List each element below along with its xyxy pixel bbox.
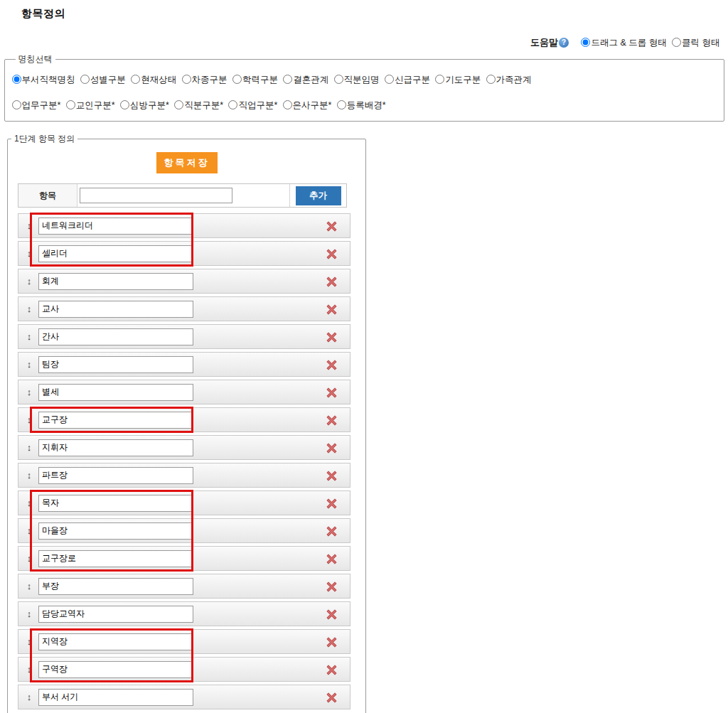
radio-option[interactable]: 직분임명 bbox=[334, 75, 380, 85]
delete-icon[interactable] bbox=[326, 637, 337, 648]
radio-input[interactable] bbox=[283, 100, 292, 109]
radio-option[interactable]: 현재상태 bbox=[131, 75, 176, 85]
item-value-input[interactable] bbox=[38, 467, 193, 484]
radio-option[interactable]: 직분구분* bbox=[174, 100, 223, 110]
drag-handle-icon[interactable]: ↕ bbox=[25, 526, 33, 535]
radio-option[interactable]: 은사구분* bbox=[283, 100, 332, 110]
radio-input[interactable] bbox=[283, 75, 292, 84]
item-value-input[interactable] bbox=[38, 578, 193, 595]
radio-option[interactable]: 결혼관계 bbox=[283, 75, 328, 85]
delete-icon[interactable] bbox=[326, 609, 337, 620]
item-row: ↕ bbox=[18, 380, 350, 404]
radio-input[interactable] bbox=[131, 75, 140, 84]
radio-option[interactable]: 직업구분* bbox=[228, 100, 277, 110]
radio-option[interactable]: 차종구분 bbox=[182, 75, 228, 85]
save-items-button[interactable]: 항목저장 bbox=[156, 152, 218, 173]
radio-option[interactable]: 기도구분 bbox=[435, 75, 481, 85]
drag-handle-icon[interactable]: ↕ bbox=[25, 581, 33, 591]
radio-input[interactable] bbox=[435, 75, 444, 84]
drag-handle-icon[interactable]: ↕ bbox=[25, 387, 33, 397]
radio-input[interactable] bbox=[672, 38, 681, 47]
item-value-input[interactable] bbox=[38, 522, 193, 540]
radio-option[interactable]: 학력구분 bbox=[232, 75, 278, 85]
delete-icon[interactable] bbox=[326, 221, 337, 232]
delete-icon[interactable] bbox=[326, 692, 337, 703]
radio-option-label: 현재상태 bbox=[141, 75, 176, 85]
radio-input[interactable] bbox=[385, 75, 394, 84]
delete-icon[interactable] bbox=[326, 526, 337, 537]
item-value-input[interactable] bbox=[38, 633, 193, 650]
radio-input[interactable] bbox=[486, 75, 496, 84]
radio-option[interactable]: 가족관계 bbox=[486, 75, 532, 85]
item-value-input[interactable] bbox=[38, 661, 193, 678]
item-value-input[interactable] bbox=[38, 689, 193, 706]
drag-handle-icon[interactable]: ↕ bbox=[25, 443, 33, 452]
radio-option[interactable]: 교인구분* bbox=[66, 100, 115, 110]
new-item-input[interactable] bbox=[80, 188, 232, 203]
item-value-input[interactable] bbox=[38, 412, 193, 429]
delete-icon[interactable] bbox=[326, 415, 337, 426]
radio-input[interactable] bbox=[182, 75, 191, 84]
drag-handle-icon[interactable]: ↕ bbox=[25, 277, 33, 286]
radio-option[interactable]: 신급구분 bbox=[385, 75, 430, 85]
radio-option[interactable]: 성별구분 bbox=[80, 75, 126, 85]
drag-handle-icon[interactable]: ↕ bbox=[25, 415, 33, 424]
radio-input[interactable] bbox=[12, 100, 21, 109]
add-button[interactable]: 추가 bbox=[296, 186, 341, 205]
item-value-input[interactable] bbox=[38, 495, 193, 512]
radio-input[interactable] bbox=[228, 100, 237, 109]
delete-icon[interactable] bbox=[326, 332, 337, 343]
drag-handle-icon[interactable]: ↕ bbox=[25, 498, 33, 508]
radio-option[interactable]: 부서직책명칭 bbox=[12, 75, 75, 85]
help-label[interactable]: 도움말 bbox=[530, 37, 558, 48]
delete-icon[interactable] bbox=[326, 498, 337, 509]
radio-option[interactable]: 심방구분* bbox=[120, 100, 169, 110]
drag-handle-icon[interactable]: ↕ bbox=[25, 221, 33, 230]
drag-handle-icon[interactable]: ↕ bbox=[25, 249, 33, 258]
radio-input[interactable] bbox=[12, 75, 21, 84]
radio-option[interactable]: 등록배경* bbox=[337, 100, 386, 110]
item-value-input[interactable] bbox=[38, 218, 193, 235]
drag-handle-icon[interactable]: ↕ bbox=[25, 471, 33, 480]
item-row: ↕ bbox=[18, 296, 350, 321]
item-value-input[interactable] bbox=[38, 356, 193, 373]
radio-option[interactable]: 드래그 & 드롭 형태 bbox=[581, 38, 666, 48]
radio-input[interactable] bbox=[66, 100, 75, 109]
radio-input[interactable] bbox=[174, 100, 183, 109]
question-icon[interactable]: ? bbox=[559, 38, 569, 48]
item-value-input[interactable] bbox=[38, 606, 193, 623]
drag-handle-icon[interactable]: ↕ bbox=[25, 637, 33, 646]
delete-icon[interactable] bbox=[326, 443, 337, 454]
radio-input[interactable] bbox=[232, 75, 242, 84]
delete-icon[interactable] bbox=[326, 304, 337, 315]
radio-input[interactable] bbox=[337, 100, 346, 109]
delete-icon[interactable] bbox=[326, 581, 337, 592]
drag-handle-icon[interactable]: ↕ bbox=[25, 332, 33, 341]
radio-input[interactable] bbox=[80, 75, 90, 84]
drag-handle-icon[interactable]: ↕ bbox=[25, 665, 33, 674]
item-value-input[interactable] bbox=[38, 439, 193, 456]
drag-handle-icon[interactable]: ↕ bbox=[25, 692, 33, 702]
radio-input[interactable] bbox=[120, 100, 129, 109]
item-value-input[interactable] bbox=[38, 384, 193, 401]
delete-icon[interactable] bbox=[326, 471, 337, 481]
drag-handle-icon[interactable]: ↕ bbox=[25, 304, 33, 313]
item-value-input[interactable] bbox=[38, 328, 193, 345]
delete-icon[interactable] bbox=[326, 360, 337, 370]
delete-icon[interactable] bbox=[326, 554, 337, 564]
item-value-input[interactable] bbox=[38, 245, 193, 262]
drag-handle-icon[interactable]: ↕ bbox=[25, 554, 33, 563]
item-value-input[interactable] bbox=[38, 273, 193, 290]
radio-option[interactable]: 업무구분* bbox=[12, 100, 61, 110]
drag-handle-icon[interactable]: ↕ bbox=[25, 360, 33, 369]
radio-option[interactable]: 클릭 형태 bbox=[672, 38, 719, 48]
radio-input[interactable] bbox=[334, 75, 343, 84]
drag-handle-icon[interactable]: ↕ bbox=[25, 609, 33, 618]
radio-input[interactable] bbox=[581, 38, 590, 47]
delete-icon[interactable] bbox=[326, 665, 337, 675]
delete-icon[interactable] bbox=[326, 387, 337, 398]
delete-icon[interactable] bbox=[326, 277, 337, 287]
item-value-input[interactable] bbox=[38, 301, 193, 318]
delete-icon[interactable] bbox=[326, 249, 337, 259]
item-value-input[interactable] bbox=[38, 550, 193, 567]
